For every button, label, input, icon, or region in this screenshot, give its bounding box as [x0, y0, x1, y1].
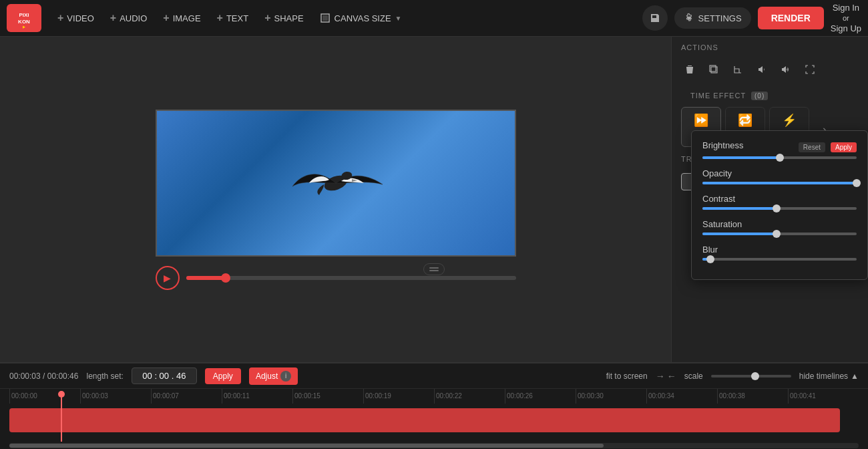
text-label: TEXT: [226, 13, 248, 23]
brightness-thumb: [776, 154, 784, 162]
time-effect-label: TIME EFFECT (0): [681, 88, 859, 103]
ruler-mark-10: 00:00:38: [717, 389, 788, 404]
text-button[interactable]: + TEXT: [210, 8, 256, 28]
hscroll-thumb: [9, 444, 604, 448]
blur-thumb: [706, 255, 714, 263]
timeline-hscroll[interactable]: [9, 443, 859, 448]
navbar: PIXI KON ▶ + VIDEO + AUDIO + IMAGE + TEX…: [0, 0, 868, 37]
scale-label: scale: [684, 371, 703, 381]
volume-down-button[interactable]: [750, 58, 773, 81]
ruler-mark-2: 00:00:07: [151, 389, 222, 404]
sign-in-link[interactable]: Sign In: [833, 3, 859, 13]
saturation-thumb: [773, 230, 781, 238]
ruler-mark-6: 00:00:22: [434, 389, 505, 404]
sign-up-link[interactable]: Sign Up: [831, 23, 861, 33]
save-button[interactable]: [642, 5, 668, 31]
loop-icon: 🔁: [738, 113, 752, 128]
chevron-up-icon: ▲: [851, 371, 859, 381]
drag-dots: [429, 267, 439, 271]
adjust-button[interactable]: Adjust i: [249, 367, 298, 385]
chevron-down-icon: ▼: [395, 15, 402, 22]
fit-screen-label: fit to screen: [606, 371, 648, 381]
saturation-slider[interactable]: [702, 233, 857, 235]
svg-text:PIXI: PIXI: [19, 12, 29, 18]
saturation-fill: [702, 233, 777, 235]
render-button[interactable]: RENDER: [758, 7, 824, 29]
delete-action-button[interactable]: [678, 58, 701, 81]
drag-dot-2: [429, 270, 439, 271]
progress-thumb: [221, 273, 230, 283]
opacity-label: Opacity: [702, 168, 857, 178]
fullscreen-icon: [805, 64, 815, 75]
effects-popup: Brightness Reset Apply Opacity Contrast: [691, 130, 868, 280]
canvas-size-icon: [320, 13, 331, 23]
timeline-area: 00:00:03 / 00:00:46 length set: Apply Ad…: [0, 362, 868, 449]
plus-icon: +: [163, 12, 169, 24]
brightness-row: Brightness Reset Apply: [702, 140, 857, 159]
opacity-slider[interactable]: [702, 182, 857, 184]
hide-timelines-button[interactable]: hide timelines ▲: [799, 371, 859, 381]
blur-row: Blur: [702, 245, 857, 261]
audio-button[interactable]: + AUDIO: [103, 8, 154, 28]
ruler-mark-8: 00:00:30: [576, 389, 646, 404]
timeline-right-controls: fit to screen → ← scale hide timelines ▲: [606, 371, 859, 382]
linear-icon: ⏩: [694, 113, 708, 128]
marker-head: [58, 391, 65, 398]
time-input[interactable]: [138, 371, 191, 381]
opacity-thumb: [853, 179, 861, 187]
timeline-apply-button[interactable]: Apply: [205, 368, 241, 384]
ruler-mark-0: 00:00:00: [9, 389, 80, 404]
ruler-mark-9: 00:00:34: [646, 389, 717, 404]
plus-icon: +: [57, 12, 63, 24]
logo: PIXI KON ▶: [7, 4, 41, 32]
blur-label: Blur: [702, 245, 857, 255]
ruler-mark-5: 00:00:19: [363, 389, 434, 404]
brightness-controls: Brightness Reset Apply: [702, 140, 857, 154]
volume-up-icon: [781, 64, 791, 75]
image-button[interactable]: + IMAGE: [156, 8, 207, 28]
progress-bar[interactable]: [186, 276, 516, 280]
volume-down-icon: [756, 64, 767, 75]
trash-icon: [684, 64, 695, 75]
brightness-slider[interactable]: [702, 156, 857, 159]
brightness-apply-button[interactable]: Apply: [831, 142, 857, 152]
shape-button[interactable]: + SHAPE: [258, 8, 310, 28]
bird-graphic: [269, 130, 403, 237]
scale-slider[interactable]: [711, 375, 791, 378]
logo-area: PIXI KON ▶: [7, 4, 41, 32]
play-button[interactable]: ▶: [156, 266, 180, 290]
timeline-track-area[interactable]: [0, 408, 868, 442]
saturation-row: Saturation: [702, 219, 857, 235]
timeline-track[interactable]: [9, 408, 840, 432]
brightness-reset-button[interactable]: Reset: [799, 142, 825, 152]
image-label: IMAGE: [173, 13, 201, 23]
brightness-label: Brightness: [702, 140, 793, 150]
actions-icons: [672, 55, 868, 88]
ruler-mark-11: 00:00:41: [788, 389, 859, 404]
canvas-size-button[interactable]: CANVAS SIZE ▼: [313, 9, 409, 27]
settings-button[interactable]: SETTINGS: [674, 7, 751, 29]
crop-action-button[interactable]: [726, 58, 749, 81]
canvas-size-label: CANVAS SIZE: [335, 13, 391, 23]
duplicate-icon: [708, 64, 719, 75]
volume-up-button[interactable]: [775, 58, 797, 81]
crop-icon: [732, 64, 743, 75]
contrast-fill: [702, 207, 777, 210]
fullscreen-button[interactable]: [799, 58, 821, 81]
contrast-slider[interactable]: [702, 207, 857, 210]
duplicate-action-button[interactable]: [702, 58, 725, 81]
fit-arrows: → ←: [656, 371, 676, 382]
ruler-mark-7: 00:00:26: [505, 389, 576, 404]
progress-fill: [186, 276, 226, 280]
video-frame: [156, 110, 516, 257]
or-label: or: [843, 14, 849, 22]
current-time-display: 00:00:03 / 00:00:46: [9, 371, 78, 381]
contrast-label: Contrast: [702, 194, 857, 204]
blur-slider[interactable]: [702, 258, 857, 261]
video-label: VIDEO: [67, 13, 93, 23]
drag-handle[interactable]: [423, 263, 445, 275]
opacity-row: Opacity: [702, 168, 857, 184]
ruler-mark-4: 00:00:15: [292, 389, 363, 404]
video-button[interactable]: + VIDEO: [51, 8, 101, 28]
ruler-mark-3: 00:00:11: [222, 389, 292, 404]
